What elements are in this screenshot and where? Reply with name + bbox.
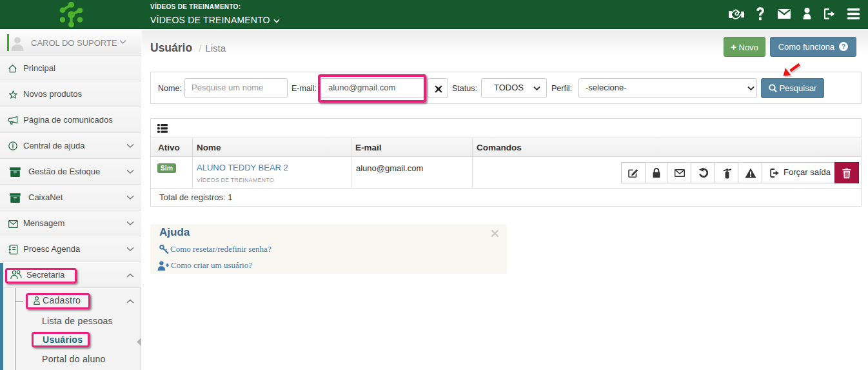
svg-text:?: ? [842, 43, 845, 50]
